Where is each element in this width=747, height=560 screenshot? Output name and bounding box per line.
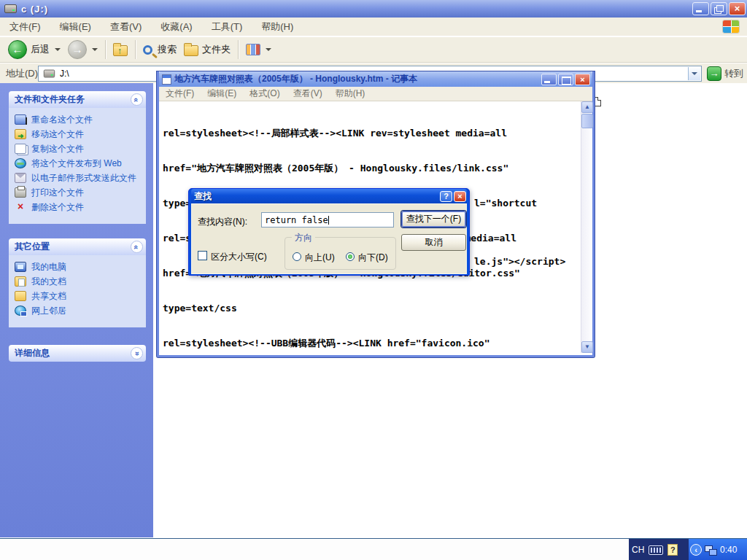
explorer-menu-view[interactable]: 查看(V) <box>101 18 151 36</box>
text-cursor <box>328 216 329 225</box>
go-label[interactable]: 转到 <box>724 67 743 80</box>
task-publish-file[interactable]: 将这个文件发布到 Web <box>15 158 143 168</box>
direction-down-radio[interactable] <box>346 252 355 261</box>
task-copy-file[interactable]: 复制这个文件 <box>15 144 143 154</box>
expand-chevron-icon[interactable]: « <box>131 347 143 359</box>
notepad-vertical-scrollbar[interactable]: ▲ ▼ <box>581 101 592 353</box>
explorer-menu-tools[interactable]: 工具(T) <box>202 18 252 36</box>
explorer-close-button[interactable]: × <box>729 2 746 15</box>
text-line-fragment: l="shortcut <box>474 198 537 209</box>
explorer-menu-file[interactable]: 文件(F) <box>0 18 50 36</box>
direction-up-label[interactable]: 向上(U) <box>305 252 335 264</box>
explorer-menu-edit[interactable]: 编辑(E) <box>50 18 101 36</box>
up-button[interactable]: ↑ <box>109 42 131 58</box>
text-line: rel=stylesheet><!--局部样式表--><LINK rev=sty… <box>163 128 581 139</box>
task-move-file[interactable]: 移动这个文件 <box>15 129 143 139</box>
scrollbar-thumb[interactable] <box>581 114 593 128</box>
notepad-menu-help[interactable]: 帮助(H) <box>329 86 372 101</box>
explorer-task-pane: 文件和文件夹任务 « 重命名这个文件 移动这个文件 复制这个文件 <box>0 83 153 537</box>
notepad-titlebar[interactable]: 地方汽车牌照对照表（2005年版） - Honglousky.htm - 记事本… <box>159 71 592 87</box>
go-icon[interactable]: → <box>707 66 721 81</box>
find-close-button[interactable]: × <box>454 191 466 202</box>
place-my-documents[interactable]: 我的文档 <box>15 276 143 287</box>
cancel-button[interactable]: 取消 <box>401 234 466 251</box>
address-value: J:\ <box>60 69 69 79</box>
find-dialog-titlebar[interactable]: 查找 ? × <box>191 189 467 203</box>
notepad-menu-format[interactable]: 格式(O) <box>243 86 286 101</box>
folders-button[interactable]: 文件夹 <box>180 42 234 58</box>
back-button[interactable]: ← 后退 <box>4 39 64 61</box>
find-dialog-title: 查找 <box>194 190 438 203</box>
explorer-restore-button[interactable] <box>711 2 727 15</box>
language-band: CH ? <box>629 539 689 560</box>
address-dropdown-button[interactable] <box>688 67 700 80</box>
network-tray-icon[interactable] <box>705 545 717 555</box>
forward-dropdown-icon[interactable] <box>92 48 98 51</box>
email-icon <box>15 173 26 183</box>
find-dialog: 查找 ? × 查找内容(N): return false 查找下一个(F) 取消… <box>188 188 470 276</box>
move-icon <box>15 129 26 139</box>
keyboard-icon[interactable] <box>649 545 663 555</box>
views-button[interactable] <box>242 42 275 57</box>
language-help-icon[interactable]: ? <box>667 544 678 556</box>
direction-up-radio[interactable] <box>293 252 301 261</box>
notepad-menubar: 文件(F) 编辑(E) 格式(O) 查看(V) 帮助(H) <box>159 87 592 101</box>
file-tasks-header[interactable]: 文件和文件夹任务 « <box>9 91 146 108</box>
explorer-menu-favorites[interactable]: 收藏(A) <box>151 18 201 36</box>
notepad-maximize-button[interactable] <box>558 74 573 85</box>
task-rename-file[interactable]: 重命名这个文件 <box>15 114 143 125</box>
find-next-button[interactable]: 查找下一个(F) <box>401 211 466 228</box>
place-my-computer[interactable]: 我的电脑 <box>15 262 143 272</box>
place-shared-documents[interactable]: 共享文档 <box>15 291 143 301</box>
views-dropdown-icon[interactable] <box>266 48 271 51</box>
my-computer-icon <box>15 262 26 272</box>
back-dropdown-icon[interactable] <box>55 48 61 51</box>
folders-icon <box>184 45 198 56</box>
collapse-chevron-icon[interactable]: « <box>131 93 143 106</box>
notepad-menu-edit[interactable]: 编辑(E) <box>201 86 243 101</box>
delete-icon: × <box>15 202 26 212</box>
collapse-chevron-icon[interactable]: « <box>131 241 143 253</box>
tray-chevron-icon[interactable]: ‹ <box>690 544 702 556</box>
file-tasks-section: 文件和文件夹任务 « 重命名这个文件 移动这个文件 复制这个文件 <box>9 91 146 224</box>
details-title: 详细信息 <box>15 347 131 359</box>
drive-icon <box>4 4 17 13</box>
up-folder-icon: ↑ <box>113 45 128 56</box>
find-what-input[interactable]: return false <box>261 212 394 228</box>
search-button[interactable]: 搜索 <box>139 42 180 58</box>
explorer-title: c (J:) <box>21 4 48 15</box>
match-case-label[interactable]: 区分大小写(C) <box>211 251 267 263</box>
explorer-titlebar: c (J:) × <box>0 0 747 18</box>
explorer-toolbar: ← 后退 → ↑ 搜索 文件夹 <box>0 37 747 63</box>
desktop-icon-fragment <box>594 97 601 106</box>
explorer-menubar: 文件(F) 编辑(E) 查看(V) 收藏(A) 工具(T) 帮助(H) <box>0 18 747 36</box>
other-places-section: 其它位置 « 我的电脑 我的文档 共享文档 <box>9 238 146 327</box>
scroll-down-icon[interactable]: ▼ <box>581 341 593 353</box>
notepad-minimize-button[interactable] <box>541 74 557 85</box>
network-places-icon <box>15 306 26 316</box>
match-case-checkbox[interactable] <box>198 251 207 260</box>
notepad-menu-file[interactable]: 文件(F) <box>159 86 201 101</box>
explorer-minimize-button[interactable] <box>692 2 709 15</box>
task-delete-file[interactable]: × 删除这个文件 <box>15 202 143 212</box>
toolbar-separator <box>105 40 106 59</box>
explorer-menu-help[interactable]: 帮助(H) <box>252 18 303 36</box>
place-network[interactable]: 网上邻居 <box>15 306 143 316</box>
notepad-icon <box>162 74 171 85</box>
details-header[interactable]: 详细信息 « <box>9 345 146 362</box>
toolbar-separator <box>238 40 239 59</box>
text-line-fragment: le.js"></script> <box>474 256 565 268</box>
task-print-file[interactable]: 打印这个文件 <box>15 187 143 198</box>
direction-down-label[interactable]: 向下(D) <box>358 252 388 264</box>
forward-button[interactable]: → <box>64 39 101 61</box>
find-help-button[interactable]: ? <box>440 191 452 202</box>
other-places-header[interactable]: 其它位置 « <box>9 238 146 255</box>
text-line: type=text/css <box>163 303 581 314</box>
windows-logo-icon <box>722 20 740 34</box>
task-email-file[interactable]: 以电子邮件形式发送此文件 <box>15 173 143 183</box>
notepad-menu-view[interactable]: 查看(V) <box>287 86 329 101</box>
scroll-up-icon[interactable]: ▲ <box>581 101 593 113</box>
forward-icon: → <box>68 40 87 59</box>
language-indicator[interactable]: CH <box>632 545 644 555</box>
notepad-close-button[interactable]: × <box>575 74 590 85</box>
